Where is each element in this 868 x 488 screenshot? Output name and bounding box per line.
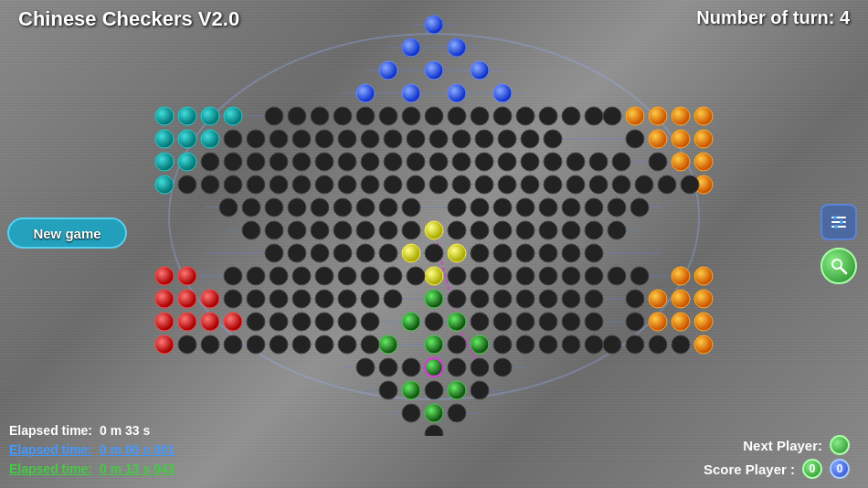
svg-point-209 — [562, 244, 580, 262]
svg-point-254 — [516, 313, 535, 331]
svg-point-98 — [471, 107, 489, 125]
svg-point-158 — [566, 175, 585, 194]
svg-point-223 — [516, 267, 535, 285]
svg-point-199 — [288, 244, 306, 262]
svg-point-271 — [539, 335, 557, 354]
svg-rect-291 — [831, 221, 846, 223]
svg-point-283 — [493, 358, 512, 377]
svg-point-278 — [356, 358, 375, 377]
score-label: Score Player : — [704, 461, 795, 477]
svg-point-285 — [425, 381, 443, 399]
svg-point-113 — [407, 130, 425, 148]
svg-point-163 — [681, 175, 699, 194]
svg-point-57 — [178, 267, 196, 285]
svg-point-114 — [429, 130, 448, 148]
svg-point-190 — [448, 221, 466, 239]
svg-point-186 — [333, 221, 352, 239]
svg-point-270 — [516, 335, 535, 354]
game-board — [128, 0, 740, 436]
svg-point-85 — [425, 358, 443, 377]
svg-point-77 — [425, 267, 443, 285]
svg-point-284 — [379, 381, 397, 399]
svg-point-224 — [539, 267, 557, 285]
svg-point-249 — [338, 313, 356, 331]
svg-point-234 — [338, 290, 356, 308]
svg-point-34 — [448, 84, 466, 102]
svg-point-171 — [379, 198, 397, 217]
svg-point-83 — [425, 335, 443, 354]
svg-point-150 — [384, 175, 402, 194]
svg-point-133 — [475, 153, 493, 171]
svg-point-294 — [840, 220, 843, 224]
svg-point-196 — [585, 221, 603, 239]
svg-point-45 — [155, 175, 174, 194]
svg-point-68 — [649, 290, 667, 308]
svg-point-193 — [516, 221, 535, 239]
svg-point-212 — [247, 267, 265, 285]
svg-point-245 — [247, 313, 265, 331]
svg-point-191 — [471, 221, 489, 239]
svg-point-155 — [498, 175, 516, 194]
new-game-button[interactable]: New game — [7, 217, 127, 249]
svg-point-69 — [672, 290, 690, 308]
svg-point-162 — [658, 175, 676, 194]
svg-point-33 — [402, 84, 420, 102]
search-button[interactable] — [820, 248, 857, 284]
svg-point-53 — [672, 153, 690, 171]
svg-line-297 — [841, 268, 846, 273]
svg-point-49 — [694, 107, 713, 125]
svg-point-30 — [425, 61, 443, 80]
svg-point-217 — [361, 267, 379, 285]
svg-point-137 — [566, 153, 585, 171]
svg-point-220 — [448, 267, 466, 285]
svg-point-145 — [270, 175, 288, 194]
svg-point-132 — [452, 153, 471, 171]
svg-point-117 — [498, 130, 516, 148]
svg-point-230 — [247, 290, 265, 308]
svg-point-52 — [694, 130, 713, 148]
svg-point-71 — [649, 313, 667, 331]
svg-point-282 — [471, 358, 489, 377]
svg-point-131 — [429, 153, 448, 171]
svg-point-281 — [448, 358, 466, 377]
svg-point-84 — [471, 335, 489, 354]
svg-point-103 — [585, 107, 603, 125]
svg-point-64 — [224, 313, 242, 331]
svg-point-151 — [407, 175, 425, 194]
svg-point-37 — [178, 107, 196, 125]
svg-point-293 — [833, 216, 837, 219]
svg-point-175 — [493, 198, 512, 217]
svg-point-227 — [608, 267, 626, 285]
svg-point-218 — [384, 267, 402, 285]
svg-point-214 — [292, 267, 311, 285]
svg-point-149 — [361, 175, 379, 194]
svg-point-203 — [379, 244, 397, 262]
svg-point-200 — [311, 244, 329, 262]
svg-point-62 — [178, 313, 196, 331]
elapsed-value-3: 0 m 13 s 943 — [100, 460, 175, 479]
svg-point-229 — [224, 290, 242, 308]
svg-point-118 — [521, 130, 539, 148]
svg-point-26 — [425, 16, 443, 34]
svg-point-244 — [626, 290, 644, 308]
svg-point-279 — [379, 358, 397, 377]
svg-point-136 — [544, 153, 562, 171]
score-green-ball: 0 — [802, 459, 822, 479]
svg-point-180 — [608, 198, 626, 217]
svg-point-183 — [265, 221, 283, 239]
svg-point-106 — [247, 130, 265, 148]
settings-button[interactable] — [820, 204, 857, 240]
svg-point-247 — [292, 313, 311, 331]
svg-point-135 — [521, 153, 539, 171]
svg-point-276 — [649, 335, 667, 354]
svg-point-88 — [425, 404, 443, 422]
svg-point-112 — [384, 130, 402, 148]
svg-point-156 — [521, 175, 539, 194]
svg-point-48 — [672, 107, 690, 125]
svg-point-256 — [562, 313, 580, 331]
svg-point-237 — [448, 290, 466, 308]
svg-point-275 — [626, 335, 644, 354]
svg-point-74 — [694, 335, 713, 354]
svg-point-70 — [694, 290, 713, 308]
svg-point-91 — [311, 107, 329, 125]
